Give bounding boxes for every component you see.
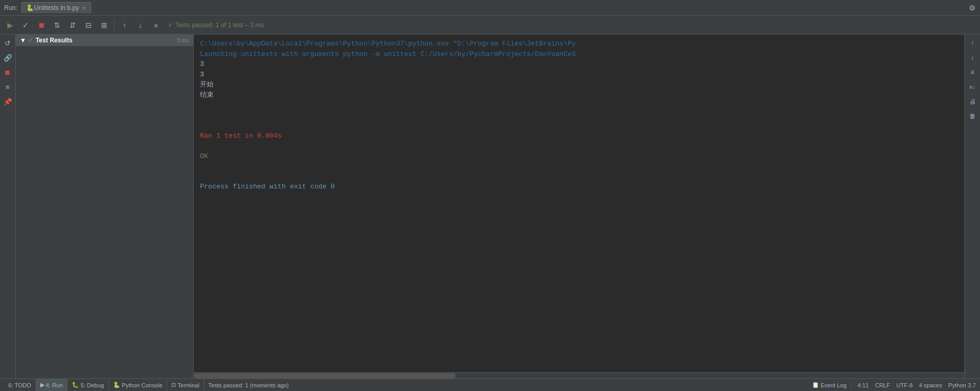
sort-asc-button[interactable]: ⇅ xyxy=(50,18,64,32)
tests-passed-text: Tests passed: 1 of 1 test – 3 ms xyxy=(175,21,264,29)
collapse-button[interactable]: ⊟ xyxy=(81,18,96,32)
run-play-icon: ▶ xyxy=(40,382,44,388)
todo-tab[interactable]: 6: TODO xyxy=(4,379,36,391)
soft-wrap-button[interactable]: ≡ xyxy=(966,66,979,79)
event-log-icon: 📋 xyxy=(812,382,819,388)
test-results-time: 3 ms xyxy=(176,37,189,43)
debug-tab[interactable]: 🐛 5: Debug xyxy=(68,379,109,391)
encoding[interactable]: UTF-8 xyxy=(896,382,912,388)
prev-button[interactable]: ↑ xyxy=(117,18,132,32)
terminal-icon: ⊡ xyxy=(171,382,176,388)
run-label-status: 4: Run xyxy=(46,382,63,388)
debug-label: 5: Debug xyxy=(81,382,104,388)
more-button[interactable]: » xyxy=(149,18,163,32)
output-content[interactable]: C:\Users\by\AppData\Local\Programs\Pytho… xyxy=(194,35,964,372)
output-line-1: C:\Users\by\AppData\Local\Programs\Pytho… xyxy=(200,39,958,49)
left-panel: ↺ 🔗 ⏹ ≡ 📌 xyxy=(0,35,16,378)
toolbar: ▶ ✓ ⏹ ⇅ ⇵ ⊟ ⊞ ↑ ↓ » ✓ Tests passed: 1 of… xyxy=(0,16,980,35)
output-scrollbar[interactable] xyxy=(194,372,964,378)
tab-close-icon[interactable]: ✕ xyxy=(82,5,86,11)
output-line-6: 开始 xyxy=(200,80,958,90)
output-line-16: Process finished with exit code 0 xyxy=(200,182,958,192)
scroll-down-button[interactable]: ↓ xyxy=(966,51,979,64)
sort-desc-button[interactable]: ⇵ xyxy=(65,18,80,32)
python-version[interactable]: Python 3.7 xyxy=(948,382,976,388)
scroll-up-button[interactable]: ↑ xyxy=(966,37,979,49)
output-line-15 xyxy=(200,172,958,182)
output-line-7: 结束 xyxy=(200,90,958,100)
title-bar: Run: 🐍 Unittests in b.py ✕ ⚙ xyxy=(0,0,980,16)
left-btn-pin[interactable]: 📌 xyxy=(2,95,14,108)
cursor-position: 4:11 xyxy=(858,382,868,388)
tab-title: Unittests in b.py xyxy=(34,4,79,12)
collapse-arrow-icon: ▼ xyxy=(20,37,26,44)
check-button[interactable]: ✓ xyxy=(18,18,33,32)
gear-icon[interactable]: ⚙ xyxy=(969,4,976,12)
python-file-icon: 🐍 xyxy=(26,4,34,12)
expand-button[interactable]: ⊞ xyxy=(97,18,112,32)
output-line-8 xyxy=(200,100,958,110)
toolbar-separator xyxy=(114,20,115,30)
terminal-tab[interactable]: ⊡ Terminal xyxy=(167,379,204,391)
event-log-tab[interactable]: 📋 Event Log xyxy=(808,382,852,388)
line-ending[interactable]: CRLF xyxy=(875,382,890,388)
run-tab-status[interactable]: ▶ 4: Run xyxy=(36,379,68,391)
event-log-label: Event Log xyxy=(821,382,847,388)
test-results-header[interactable]: ▼ ✓ Test Results 3 ms xyxy=(16,35,193,46)
todo-label: 6: TODO xyxy=(8,382,31,388)
test-results-body xyxy=(16,46,193,378)
output-line-12 xyxy=(200,141,958,151)
output-line-11: Ran 1 test in 0.004s xyxy=(200,131,958,141)
left-btn-coverage[interactable]: ≡ xyxy=(2,81,14,93)
next-button[interactable]: ↓ xyxy=(133,18,148,32)
print-button[interactable]: 🖨 xyxy=(966,95,979,108)
clear-button[interactable]: 🗑 xyxy=(966,110,979,122)
output-line-4: 3 xyxy=(200,59,958,70)
terminal-label: Terminal xyxy=(177,382,199,388)
scrollbar-thumb xyxy=(194,373,455,378)
test-results-panel: ▼ ✓ Test Results 3 ms xyxy=(16,35,194,378)
output-panel: C:\Users\by\AppData\Local\Programs\Pytho… xyxy=(194,35,964,378)
python-icon: 🐍 xyxy=(113,382,120,388)
test-results-label: Test Results xyxy=(36,37,72,44)
output-line-14 xyxy=(200,161,958,172)
left-btn-stop[interactable]: ⏹ xyxy=(2,66,14,79)
stop-button[interactable]: ⏹ xyxy=(34,18,49,32)
output-line-5: 3 xyxy=(200,70,958,80)
status-bar: 6: TODO ▶ 4: Run 🐛 5: Debug 🐍 Python Con… xyxy=(0,378,980,391)
autoscroll-button[interactable]: ≡↓ xyxy=(966,81,979,93)
status-right: 📋 Event Log 4:11 CRLF UTF-8 4 spaces Pyt… xyxy=(808,382,976,388)
tests-passed-status: ✓ Tests passed: 1 of 1 test – 3 ms xyxy=(168,21,264,29)
output-line-9 xyxy=(200,110,958,121)
output-line-2: Launching unittests with arguments pytho… xyxy=(200,49,958,60)
pass-icon: ✓ xyxy=(28,37,34,44)
output-line-13: OK xyxy=(200,151,958,162)
left-btn-link[interactable]: 🔗 xyxy=(2,51,14,64)
right-side-actions: ↑ ↓ ≡ ≡↓ 🖨 🗑 xyxy=(964,35,980,378)
debug-icon: 🐛 xyxy=(72,382,79,388)
output-line-10 xyxy=(200,120,958,131)
run-label: Run: xyxy=(4,4,17,12)
python-console-label: Python Console xyxy=(122,382,163,388)
python-console-tab[interactable]: 🐍 Python Console xyxy=(109,379,168,391)
pass-check-icon: ✓ xyxy=(168,21,173,29)
indent[interactable]: 4 spaces xyxy=(919,382,942,388)
main-area: ↺ 🔗 ⏹ ≡ 📌 ▼ ✓ Test Results 3 ms C:\Users… xyxy=(0,35,980,378)
run-button[interactable]: ▶ xyxy=(3,18,17,32)
status-message: Tests passed: 1 (moments ago) xyxy=(208,382,288,388)
left-btn-restart[interactable]: ↺ xyxy=(2,37,14,49)
run-tab[interactable]: 🐍 Unittests in b.py ✕ xyxy=(21,2,91,13)
